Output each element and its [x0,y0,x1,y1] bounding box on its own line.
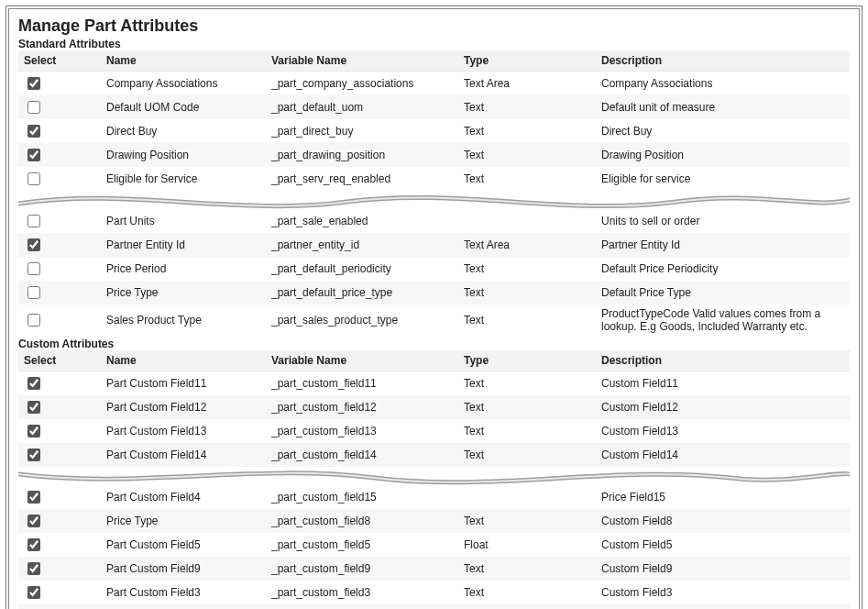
cell-name: Direct Buy [101,119,266,143]
cell-name: Sales Product Type [101,304,266,336]
cell-description: ProductTypeCode Valid values comes from … [596,304,850,336]
col-variable: Variable Name [266,50,458,72]
cell-variable: _part_drawing_position [266,143,458,167]
cell-name: Default UOM Code [101,95,266,119]
cell-description: Custom Field5 [596,533,850,557]
section-title-standard: Standard Attributes [18,38,850,50]
cell-variable: _part_custom_field12 [266,395,458,419]
col-name: Name [101,350,266,371]
cell-name: Price Type [101,509,266,533]
select-checkbox[interactable] [27,149,40,161]
cell-description: Custom Field3 [596,581,850,604]
select-checkbox[interactable] [27,215,40,227]
cell-name: Part Custom Field3 [101,581,266,604]
cell-type: Text [458,143,596,167]
select-checkbox[interactable] [27,401,40,414]
select-checkbox[interactable] [27,491,40,504]
cell-variable: _part_direct_buy [266,119,458,143]
cell-name: Part Custom Field5 [101,533,266,557]
table-row: Company Associations_part_company_associ… [18,72,850,96]
cell-description: Custom Field10 [596,604,850,609]
table-header-row: Select Name Variable Name Type Descripti… [18,50,850,72]
select-checkbox[interactable] [27,562,40,575]
select-checkbox[interactable] [27,238,40,251]
table-row: Part Custom Field11_part_custom_field11T… [18,371,850,396]
standard-attributes-table-cont: Part Units_part_sale_enabledUnits to sel… [18,209,850,336]
cell-variable: _partner_entity_id [266,233,458,257]
cell-name: Part Custom Field9 [101,557,266,581]
cell-description: Partner Entity Id [596,233,850,257]
cell-variable: _part_custom_field3 [266,581,458,604]
col-type: Type [458,50,596,72]
table-row: Default UOM Code_part_default_uomTextDef… [18,95,850,119]
cell-variable: _part_custom_field10 [266,604,458,609]
cell-name: Part Custom Field13 [101,419,266,443]
custom-attributes-table-cont: Part Custom Field4_part_custom_field15Pr… [18,485,850,609]
cell-variable: _part_company_associations [266,72,458,96]
cell-variable: _part_custom_field5 [266,533,458,557]
select-checkbox[interactable] [27,586,40,599]
col-type: Type [458,350,596,371]
cell-name: Company Associations [101,72,266,96]
cell-type: Text [458,257,596,281]
select-checkbox[interactable] [27,172,40,185]
cell-name: Price Type [101,281,266,304]
cell-type: Text [458,581,596,604]
table-row: Direct Buy_part_direct_buyTextDirect Buy [18,119,850,143]
cell-type: Text [458,557,596,581]
select-checkbox[interactable] [27,515,40,527]
cell-type: Text [458,371,596,396]
cell-name: Product type [101,604,266,609]
cell-variable: _part_default_uom [266,95,458,119]
cell-description: Custom Field9 [596,557,850,581]
select-checkbox[interactable] [27,77,40,90]
select-checkbox[interactable] [27,377,40,390]
cell-type: Text [458,509,596,533]
table-header-row: Select Name Variable Name Type Descripti… [18,350,850,371]
col-select: Select [18,50,101,72]
select-checkbox[interactable] [27,262,40,275]
cell-description: Default unit of measure [596,95,850,119]
cell-type: Text [458,604,596,609]
col-select: Select [18,350,101,371]
cell-type: Text [458,419,596,443]
cell-description: Default Price Type [596,281,850,304]
cell-description: Default Price Periodicity [596,257,850,281]
table-row: Product type_part_custom_field10TextCust… [18,604,850,609]
select-checkbox[interactable] [27,286,40,299]
truncation-wave-icon [18,185,850,215]
cell-name: Part Custom Field12 [101,395,266,419]
standard-attributes-table: Select Name Variable Name Type Descripti… [18,50,850,191]
cell-description: Custom Field8 [596,509,850,533]
select-checkbox[interactable] [27,538,40,551]
cell-variable: _part_custom_field9 [266,557,458,581]
cell-type: Text [458,395,596,419]
cell-description: Direct Buy [596,119,850,143]
page-title: Manage Part Attributes [18,17,850,36]
table-row: Price Period_part_default_periodicityTex… [18,257,850,281]
cell-description: Drawing Position [596,143,850,167]
select-checkbox[interactable] [27,125,40,138]
cell-name: Drawing Position [101,143,266,167]
cell-name: Price Period [101,257,266,281]
cell-variable: _part_sales_product_type [266,304,458,336]
select-checkbox[interactable] [27,448,40,461]
table-row: Part Custom Field12_part_custom_field12T… [18,395,850,419]
select-checkbox[interactable] [27,101,40,114]
table-row: Part Custom Field3_part_custom_field3Tex… [18,581,850,604]
cell-description: Custom Field12 [596,395,850,419]
cell-type: Text [458,119,596,143]
cell-variable: _part_custom_field13 [266,419,458,443]
table-row: Sales Product Type_part_sales_product_ty… [18,304,850,336]
col-desc: Description [596,50,850,72]
table-row: Part Custom Field9_part_custom_field9Tex… [18,557,850,581]
col-name: Name [101,50,266,72]
select-checkbox[interactable] [27,314,40,327]
cell-type: Float [458,533,596,557]
truncation-wave-icon [18,461,850,491]
cell-variable: _part_default_periodicity [266,257,458,281]
table-row: Partner Entity Id_partner_entity_idText … [18,233,850,257]
select-checkbox[interactable] [27,425,40,437]
cell-variable: _part_custom_field8 [266,509,458,533]
table-row: Drawing Position_part_drawing_positionTe… [18,143,850,167]
